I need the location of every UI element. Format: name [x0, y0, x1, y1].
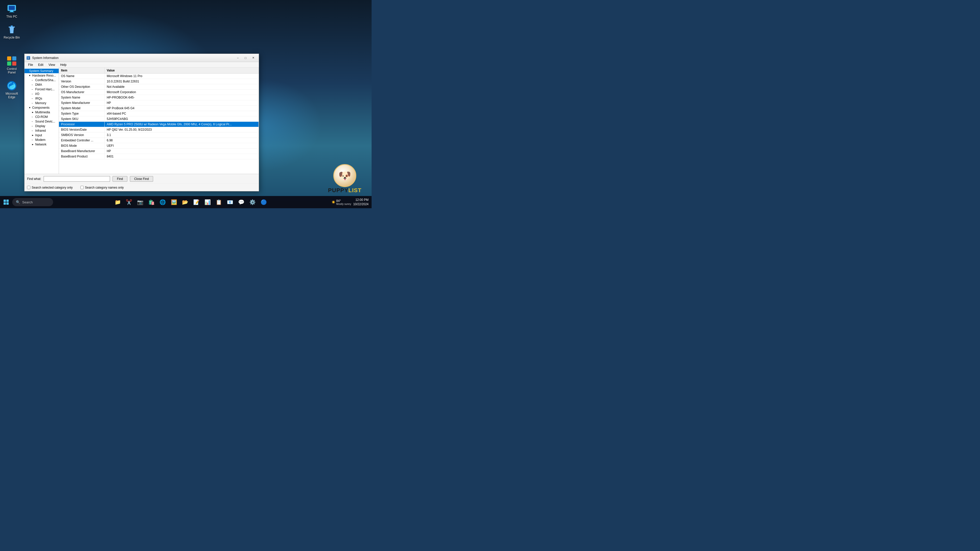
table-row[interactable]: System Typex64-based PC [59, 111, 259, 116]
taskbar-app-outlook[interactable]: 📧 [225, 197, 235, 207]
taskbar-app-unknown[interactable]: 🔵 [259, 197, 269, 207]
find-input[interactable] [44, 176, 110, 182]
tree-conflicts[interactable]: – Conflicts/Sha... [24, 78, 59, 83]
close-button[interactable]: ✕ [250, 55, 257, 61]
tree-label-sound: Sound Devic... [35, 120, 55, 123]
tree-components[interactable]: ▼ Components [24, 105, 59, 110]
taskbar-app-ms-store[interactable]: 🛍️ [146, 197, 156, 207]
ms-store-icon: 🛍️ [148, 199, 155, 205]
expand-icon-cdrom: – [32, 116, 35, 118]
taskbar-app-file-mgr[interactable]: 📂 [180, 197, 190, 207]
table-row[interactable]: OS NameMicrosoft Windows 11 Pro [59, 73, 259, 79]
desktop-icon-control-panel[interactable]: Control Panel [3, 55, 21, 76]
taskbar-app-teams[interactable]: 💬 [236, 197, 246, 207]
table-row[interactable]: BaseBoard ManufacturerHP [59, 148, 259, 154]
tree-display[interactable]: – Display [24, 124, 59, 128]
table-row[interactable]: OS ManufacturerMicrosoft Corporation [59, 89, 259, 95]
start-button[interactable] [0, 196, 12, 208]
checkbox-category-names[interactable] [80, 186, 84, 189]
date-display: 10/22/2024 [353, 202, 369, 207]
tree-infrared[interactable]: – Infrared [24, 128, 59, 133]
tree-network[interactable]: ► Network [24, 142, 59, 147]
table-cell-value: 10.0.22631 Build 22631 [105, 79, 259, 84]
table-row[interactable]: SMBIOS Version3.1 [59, 132, 259, 138]
table-cell-item: Version [59, 79, 105, 84]
desktop-icon-recycle-bin[interactable]: Recycle Bin [3, 24, 21, 40]
tree-panel: System Summary ▼ Hardware Reso... – Conf… [24, 68, 59, 174]
table-row[interactable]: Other OS DescriptionNot Available [59, 84, 259, 89]
svg-rect-11 [7, 62, 11, 65]
checkbox-selected-category[interactable] [27, 186, 30, 189]
table-row[interactable]: Embedded Controller ...6.98 [59, 138, 259, 143]
desktop-icon-microsoft-edge[interactable]: Microsoft Edge [3, 80, 21, 100]
puppylist-watermark: 🐶 PUPPYLIST [322, 164, 368, 194]
start-icon [3, 199, 9, 205]
expand-icon-conf: – [32, 79, 35, 81]
taskbar-app-edge[interactable]: 🌐 [158, 197, 168, 207]
window-titlebar: System Information − □ ✕ [24, 54, 259, 62]
taskbar-app-file-explorer[interactable]: 📁 [113, 197, 123, 207]
tree-label-network: Network [35, 143, 46, 146]
find-button[interactable]: Find [113, 176, 127, 182]
menu-view[interactable]: View [46, 62, 58, 67]
table-row[interactable]: System NameHP-PROBOOK-645- [59, 95, 259, 100]
table-row[interactable]: System SKU5JH59PC#ABG [59, 116, 259, 122]
tree-cdrom[interactable]: – CD-ROM [24, 115, 59, 119]
camera-icon: 📷 [137, 199, 143, 205]
tree-io[interactable]: – I/O [24, 92, 59, 96]
minimize-button[interactable]: − [234, 55, 242, 61]
taskbar-app-excel[interactable]: 📊 [202, 197, 213, 207]
table-row[interactable]: BaseBoard Product8401 [59, 154, 259, 159]
tree-modem[interactable]: – Modem [24, 137, 59, 142]
taskbar-weather: ☀️ 84° Mostly sunny [331, 199, 351, 205]
desktop-icon-this-pc[interactable]: This PC [3, 3, 21, 19]
taskbar-app-powerpoint[interactable]: 📋 [213, 197, 224, 207]
menu-help[interactable]: Help [58, 62, 69, 67]
table-row[interactable]: System ModelHP ProBook 645 G4 [59, 106, 259, 111]
find-label: Find what: [27, 177, 41, 181]
taskbar-app-camera[interactable]: 📷 [135, 197, 145, 207]
expand-icon-io: – [32, 92, 35, 95]
control-panel-icon [6, 56, 17, 66]
tree-system-summary[interactable]: System Summary [24, 68, 59, 73]
powerpoint-icon: 📋 [216, 199, 222, 205]
teams-icon: 💬 [238, 199, 245, 205]
taskbar-app-word[interactable]: 📝 [191, 197, 201, 207]
taskbar-app-snipping-tool[interactable]: ✂️ [124, 197, 134, 207]
taskbar-app-settings[interactable]: ⚙️ [247, 197, 258, 207]
tree-memory[interactable]: – Memory [24, 101, 59, 105]
taskbar-search[interactable]: 🔍 Search [12, 198, 53, 206]
tree-forced-hardware[interactable]: – Forced Harc... [24, 87, 59, 92]
table-row[interactable]: ProcessorAMD Ryzen 5 PRO 2500U w/ Radeon… [59, 122, 259, 127]
table-row[interactable]: BIOS ModeUEFI [59, 143, 259, 148]
taskbar-app-photos[interactable]: 🖼️ [169, 197, 179, 207]
table-row[interactable]: Version10.0.22631 Build 22631 [59, 79, 259, 84]
close-find-button[interactable]: Close Find [130, 176, 153, 182]
tree-label-display: Display [35, 124, 45, 128]
expand-icon-display: – [32, 125, 35, 127]
checkbox-category-names-label[interactable]: Search category names only [80, 186, 124, 190]
table-row[interactable]: System ManufacturerHP [59, 100, 259, 106]
table-cell-value: HP Q82 Ver. 01.25.00, 9/22/2023 [105, 127, 259, 132]
maximize-button[interactable]: □ [242, 55, 249, 61]
tree-sound[interactable]: – Sound Devic... [24, 119, 59, 124]
menu-edit[interactable]: Edit [35, 62, 46, 67]
table-row[interactable]: BIOS Version/DateHP Q82 Ver. 01.25.00, 9… [59, 127, 259, 132]
table-cell-value: Not Available [105, 84, 259, 89]
table-cell-item: Embedded Controller ... [59, 138, 105, 143]
recycle-bin-label: Recycle Bin [3, 36, 20, 39]
desktop: This PC Recycle Bin [0, 0, 372, 208]
tree-hardware-resources[interactable]: ▼ Hardware Reso... [24, 73, 59, 78]
menu-file[interactable]: File [25, 62, 35, 67]
tree-irqs[interactable]: – IRQs [24, 96, 59, 101]
tree-multimedia[interactable]: ► Multimedia [24, 110, 59, 115]
table-cell-item: System SKU [59, 116, 105, 122]
table-cell-value: x64-based PC [105, 111, 259, 116]
tree-input[interactable]: ► Input [24, 133, 59, 137]
tree-label-input: Input [35, 134, 42, 137]
snipping-tool-icon: ✂️ [126, 199, 132, 205]
tree-dma[interactable]: – DMA [24, 83, 59, 87]
expand-icon-irqs: – [32, 97, 35, 100]
table-cell-value: 6.98 [105, 138, 259, 143]
checkbox-selected-category-label[interactable]: Search selected category only [27, 186, 73, 190]
